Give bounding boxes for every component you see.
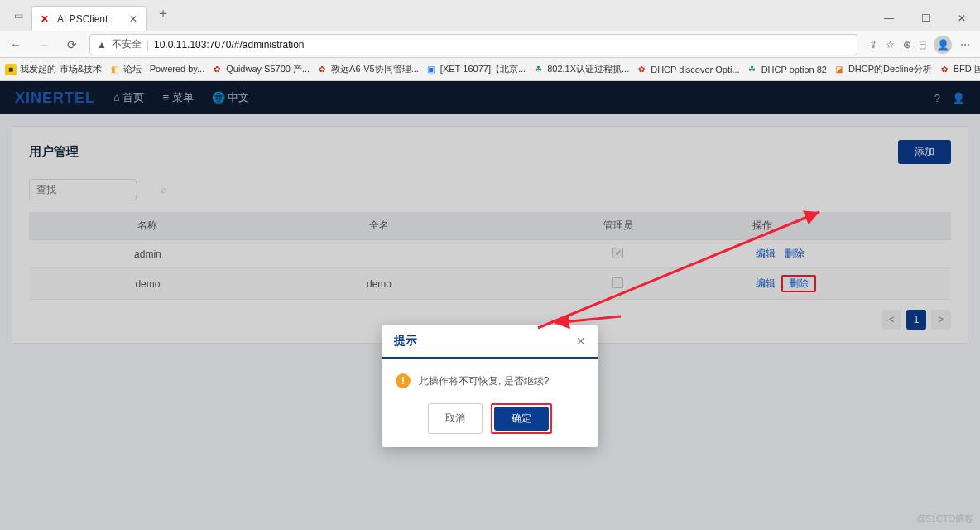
app-root: XINERTEL ⌂ 首页 ≡ 菜单 🌐 中文 ? 👤 用户管理 添加 ⌕ 名称 — [0, 81, 980, 530]
cell-admin — [492, 240, 744, 268]
nav-back-button[interactable]: ← — [5, 34, 26, 55]
page-number-current[interactable]: 1 — [906, 310, 926, 330]
ok-highlight-box: 确定 — [491, 403, 552, 434]
users-table: 名称 全名 管理员 操作 admin 编辑 删除 — [29, 212, 951, 300]
bookmark-item[interactable]: ✿BFD-国标 — [939, 63, 980, 75]
app-topbar: XINERTEL ⌂ 首页 ≡ 菜单 🌐 中文 ? 👤 — [0, 81, 980, 114]
bookmark-item[interactable]: ▣[XET-16077]【北京... — [425, 63, 526, 75]
watermark: @51CTO博客 — [917, 513, 973, 525]
bookmark-item[interactable]: ◧论坛 - Powered by... — [108, 63, 204, 75]
col-admin: 管理员 — [492, 212, 744, 240]
security-label: 不安全 — [112, 37, 142, 51]
cell-name: admin — [29, 240, 267, 268]
user-management-card: 用户管理 添加 ⌕ 名称 全名 管理员 操作 ad — [12, 126, 968, 344]
security-warning-icon: ▲ — [97, 39, 107, 51]
delete-link[interactable]: 删除 — [789, 277, 809, 289]
bookmark-icon: ☘ — [747, 64, 758, 75]
edit-link[interactable]: 编辑 — [756, 277, 776, 289]
tab-favicon: ✕ — [41, 13, 52, 25]
warning-icon: ! — [396, 373, 411, 388]
window-minimize-button[interactable]: — — [871, 6, 907, 31]
cell-ops: 编辑 删除 — [744, 268, 951, 300]
cell-ops: 编辑 删除 — [744, 240, 951, 268]
window-maximize-button[interactable]: ☐ — [907, 6, 944, 31]
url-text: 10.0.11.103:7070/#/administration — [154, 39, 304, 51]
confirm-dialog: 提示 ✕ ! 此操作将不可恢复, 是否继续? 取消 确定 — [382, 325, 598, 447]
browser-address-bar: ← → ⟳ ▲ 不安全 | 10.0.11.103:7070/#/adminis… — [0, 31, 980, 58]
bookmark-icon: ✿ — [939, 64, 950, 75]
bookmark-item[interactable]: ✿Quidway S5700 产... — [211, 63, 310, 75]
bookmark-item[interactable]: ☘802.1X认证过程抓... — [532, 63, 629, 75]
nav-menu[interactable]: ≡ 菜单 — [162, 90, 193, 105]
star-icon[interactable]: ☆ — [886, 39, 895, 51]
bookmark-icon: ☘ — [532, 64, 544, 75]
collections-icon[interactable]: ⌸ — [920, 39, 925, 51]
nav-reload-button[interactable]: ⟳ — [61, 34, 83, 55]
user-icon[interactable]: 👤 — [952, 92, 965, 104]
browser-titlebar: ▭ ✕ ALPSClient ✕ ＋ — ☐ ✕ — [0, 0, 980, 31]
ok-button[interactable]: 确定 — [494, 407, 549, 431]
cancel-button[interactable]: 取消 — [428, 403, 483, 434]
page-title: 用户管理 — [29, 144, 79, 160]
bookmark-icon: ◧ — [108, 64, 120, 75]
page-prev-button[interactable]: < — [882, 310, 901, 330]
new-tab-button[interactable]: ＋ — [150, 2, 176, 26]
brand-logo: XINERTEL — [15, 89, 95, 107]
bookmark-item[interactable]: ◪DHCP的Decline分析 — [833, 63, 932, 75]
window-close-button[interactable]: ✕ — [944, 6, 980, 31]
more-icon[interactable]: ⋯ — [960, 39, 970, 51]
profile-avatar[interactable]: 👤 — [934, 36, 952, 54]
add-user-button[interactable]: 添加 — [898, 140, 951, 164]
cell-admin — [492, 268, 744, 300]
bookmark-icon: ✿ — [316, 64, 328, 75]
search-input[interactable] — [36, 184, 161, 195]
table-row: demo demo 编辑 删除 — [29, 268, 951, 300]
cell-fullname — [267, 240, 492, 268]
bookmark-icon: ■ — [5, 64, 17, 75]
nav-forward-button[interactable]: → — [33, 34, 55, 55]
nav-language[interactable]: 🌐 中文 — [212, 90, 250, 105]
tab-close-icon[interactable]: ✕ — [129, 13, 137, 25]
col-ops: 操作 — [744, 212, 951, 240]
bookmark-item[interactable]: ■我发起的-市场&技术 — [5, 63, 102, 75]
share-icon[interactable]: ⇪ — [869, 39, 877, 51]
dialog-message: 此操作将不可恢复, 是否继续? — [419, 374, 549, 388]
bookmark-item[interactable]: ☘DHCP option 82 — [747, 64, 827, 75]
delete-highlight-box: 删除 — [781, 275, 816, 292]
dialog-title: 提示 — [394, 334, 417, 349]
shield-icon[interactable]: ⊕ — [903, 39, 911, 51]
help-icon[interactable]: ? — [934, 92, 940, 104]
bookmark-icon: ◪ — [833, 64, 845, 75]
bookmark-icon: ✿ — [211, 64, 223, 75]
browser-tab-active[interactable]: ✕ ALPSClient ✕ — [31, 6, 147, 31]
bookmarks-bar: ■我发起的-市场&技术 ◧论坛 - Powered by... ✿Quidway… — [0, 58, 980, 81]
nav-home[interactable]: ⌂ 首页 — [113, 90, 144, 105]
cell-name: demo — [29, 268, 267, 300]
page-next-button[interactable]: > — [931, 310, 951, 330]
bookmark-icon: ▣ — [425, 64, 437, 75]
delete-link[interactable]: 删除 — [785, 248, 805, 259]
search-icon[interactable]: ⌕ — [161, 184, 166, 195]
bookmark-item[interactable]: ✿DHCP discover Opti... — [636, 64, 739, 75]
url-field[interactable]: ▲ 不安全 | 10.0.11.103:7070/#/administratio… — [89, 34, 858, 55]
col-name: 名称 — [29, 212, 267, 240]
bookmark-item[interactable]: ✿敦远A6-V5协同管理... — [316, 63, 419, 75]
search-input-wrapper[interactable]: ⌕ — [29, 179, 137, 200]
bookmark-icon: ✿ — [636, 64, 647, 75]
col-fullname: 全名 — [267, 212, 492, 240]
tab-list-button[interactable]: ▭ — [8, 6, 28, 26]
edit-link[interactable]: 编辑 — [756, 248, 776, 259]
admin-checkbox — [612, 277, 623, 288]
table-row: admin 编辑 删除 — [29, 240, 951, 268]
tab-title: ALPSClient — [57, 13, 108, 25]
admin-checkbox — [612, 248, 623, 258]
cell-fullname: demo — [267, 268, 492, 300]
dialog-close-icon[interactable]: ✕ — [576, 335, 586, 348]
